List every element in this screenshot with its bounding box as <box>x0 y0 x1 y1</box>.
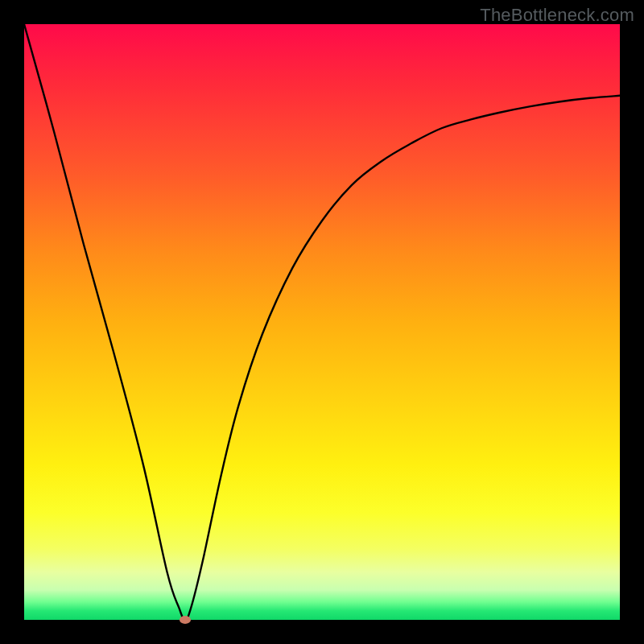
curve-min-point <box>180 616 191 624</box>
curve-path <box>24 24 620 620</box>
watermark-text: TheBottleneck.com <box>480 5 634 26</box>
plot-frame <box>24 24 620 620</box>
bottleneck-curve <box>24 24 620 620</box>
